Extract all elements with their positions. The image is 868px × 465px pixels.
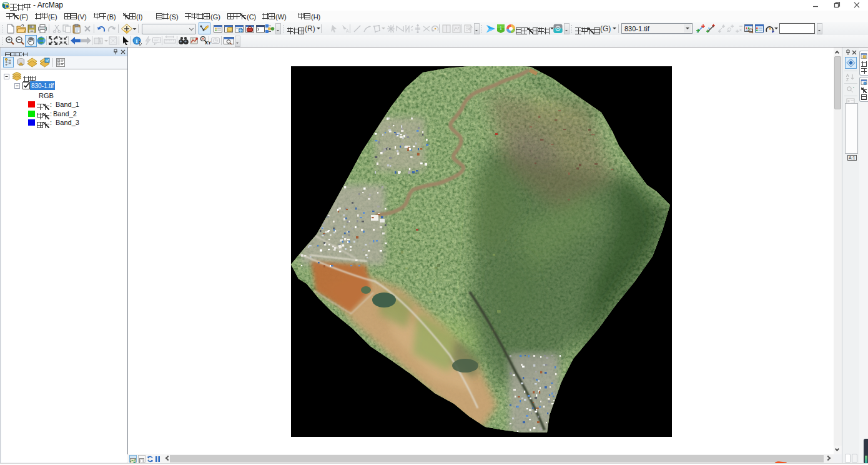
svg-text:i: i: [136, 38, 138, 44]
svg-text:A:1: A:1: [849, 156, 856, 160]
svg-text:Z: Z: [846, 78, 849, 82]
svg-text:XY: XY: [205, 40, 210, 46]
svg-text:A: A: [346, 29, 349, 33]
